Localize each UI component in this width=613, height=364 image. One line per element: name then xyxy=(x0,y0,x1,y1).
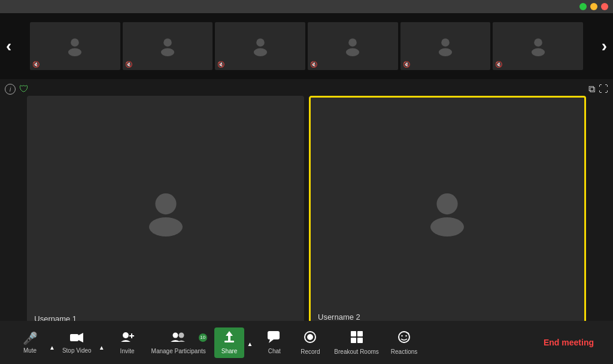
record-button[interactable]: Record xyxy=(292,330,328,355)
mute-icon-3: 🔇 xyxy=(217,61,224,68)
camera-icon xyxy=(70,332,83,345)
participants-icon xyxy=(171,331,186,346)
mute-icon-1: 🔇 xyxy=(32,61,40,68)
stop-video-button[interactable]: Stop Video xyxy=(56,332,98,354)
svg-point-11 xyxy=(532,48,545,56)
svg-point-7 xyxy=(346,48,359,56)
svg-point-14 xyxy=(437,193,458,214)
svg-point-28 xyxy=(307,334,313,340)
info-bar: i 🛡 xyxy=(5,84,29,95)
svg-point-22 xyxy=(179,332,184,338)
video-cell-2[interactable]: Username 2 xyxy=(309,96,586,329)
svg-point-35 xyxy=(405,335,406,336)
username-label-2: Username 2 xyxy=(318,313,360,321)
svg-point-9 xyxy=(439,48,452,56)
svg-point-4 xyxy=(256,38,265,47)
title-bar xyxy=(0,0,613,13)
video-grid: Username 1 Username 2 xyxy=(0,91,613,334)
participants-badge: 10 xyxy=(199,333,207,342)
toolbar: 🎤 Mute ▲ Stop Video ▲ Invite xyxy=(0,321,613,364)
svg-point-18 xyxy=(123,332,129,338)
svg-point-13 xyxy=(149,217,183,236)
mute-icon-4: 🔇 xyxy=(310,61,317,68)
share-icon xyxy=(223,331,235,346)
prev-arrow[interactable]: ‹ xyxy=(6,37,11,56)
svg-marker-26 xyxy=(269,339,274,343)
svg-point-0 xyxy=(71,38,80,47)
info-icon[interactable]: i xyxy=(5,84,16,95)
mute-button[interactable]: 🎤 Mute xyxy=(12,331,48,354)
thumbnail-strip: ‹ 🔇 🔇 🔇 � xyxy=(0,13,613,79)
svg-point-10 xyxy=(534,38,542,47)
svg-point-3 xyxy=(161,48,174,56)
svg-point-6 xyxy=(349,38,357,47)
share-caret[interactable]: ▲ xyxy=(244,341,254,358)
chat-icon xyxy=(268,331,281,346)
thumbnail-1[interactable]: 🔇 xyxy=(30,22,120,70)
svg-point-12 xyxy=(155,193,176,214)
mute-icon-6: 🔇 xyxy=(495,61,502,68)
breakout-icon xyxy=(350,330,363,347)
svg-rect-31 xyxy=(351,338,356,343)
video-cell-1[interactable]: Username 1 xyxy=(27,96,304,329)
main-area: ‹ 🔇 🔇 🔇 � xyxy=(0,13,613,334)
view-controls: ⧉ ⛶ xyxy=(588,84,608,95)
svg-point-15 xyxy=(430,217,464,236)
fullscreen-button[interactable]: ⛶ xyxy=(599,84,608,95)
pip-view-button[interactable]: ⧉ xyxy=(588,84,595,95)
svg-rect-32 xyxy=(357,338,363,343)
svg-point-5 xyxy=(254,48,267,56)
shield-icon: 🛡 xyxy=(19,84,29,95)
reactions-icon xyxy=(397,330,411,347)
svg-point-8 xyxy=(441,38,450,47)
video-caret[interactable]: ▲ xyxy=(98,344,106,364)
share-button[interactable]: Share xyxy=(214,327,245,358)
mute-icon-5: 🔇 xyxy=(403,61,410,68)
thumbnail-6[interactable]: 🔇 xyxy=(493,22,583,70)
svg-rect-16 xyxy=(70,334,78,341)
svg-marker-23 xyxy=(226,331,233,341)
record-icon xyxy=(304,330,317,347)
end-meeting-button[interactable]: End meeting xyxy=(536,334,601,351)
svg-marker-17 xyxy=(78,333,83,342)
svg-rect-29 xyxy=(351,331,356,336)
traffic-light-red[interactable] xyxy=(601,3,608,10)
svg-point-34 xyxy=(401,335,402,336)
svg-point-2 xyxy=(163,38,172,47)
invite-icon xyxy=(121,331,134,346)
reactions-button[interactable]: Reactions xyxy=(385,330,423,355)
manage-participants-button[interactable]: 10 Manage Participants xyxy=(145,331,212,354)
svg-point-21 xyxy=(173,332,178,338)
next-arrow[interactable]: › xyxy=(602,37,607,56)
mute-caret[interactable]: ▲ xyxy=(48,344,56,364)
traffic-light-yellow[interactable] xyxy=(590,3,597,10)
breakout-rooms-button[interactable]: Breakout Rooms xyxy=(328,330,384,355)
svg-point-1 xyxy=(68,48,81,56)
thumbnail-3[interactable]: 🔇 xyxy=(215,22,305,70)
mute-icon-2: 🔇 xyxy=(125,61,132,68)
chat-button[interactable]: Chat xyxy=(256,331,292,354)
thumbnail-4[interactable]: 🔇 xyxy=(308,22,398,70)
traffic-light-green[interactable] xyxy=(579,3,587,10)
thumbnail-2[interactable]: 🔇 xyxy=(123,22,213,70)
svg-rect-24 xyxy=(224,341,234,342)
thumbnail-5[interactable]: 🔇 xyxy=(400,22,491,70)
svg-rect-25 xyxy=(268,331,280,339)
invite-button[interactable]: Invite xyxy=(110,331,145,354)
microphone-icon: 🎤 xyxy=(23,331,38,345)
svg-rect-30 xyxy=(357,331,363,336)
